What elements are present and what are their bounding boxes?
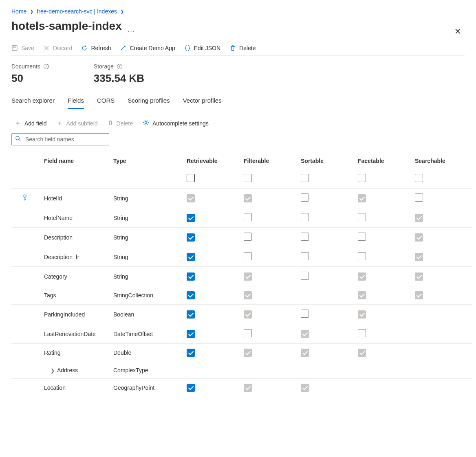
header-checkbox-facetable[interactable]: [358, 174, 366, 182]
autocomplete-settings-button[interactable]: Autocomplete settings: [143, 119, 209, 127]
checkbox-filterable: [244, 310, 252, 319]
search-field-names[interactable]: [11, 133, 109, 145]
tab-search-explorer[interactable]: Search explorer: [11, 94, 55, 109]
checkbox-sortable[interactable]: [301, 310, 309, 318]
checkbox-retrievable[interactable]: [187, 214, 195, 222]
edit-json-button[interactable]: Edit JSON: [184, 45, 220, 51]
checkbox-facetable: [358, 349, 366, 357]
chevron-right-icon[interactable]: ❯: [51, 368, 55, 374]
checkbox-facetable[interactable]: [358, 252, 366, 260]
checkbox-facetable[interactable]: [358, 329, 366, 337]
field-name: Tags: [44, 286, 113, 305]
table-row[interactable]: HotelIdString: [11, 189, 472, 208]
table-row[interactable]: HotelNameString: [11, 208, 472, 228]
field-name: HotelId: [44, 189, 113, 208]
checkbox-searchable: [415, 272, 423, 281]
table-row[interactable]: DescriptionString: [11, 228, 472, 247]
tab-scoring[interactable]: Scoring profiles: [128, 94, 170, 109]
tab-fields[interactable]: Fields: [68, 94, 84, 109]
add-field-button[interactable]: ＋ Add field: [15, 119, 46, 127]
discard-icon: [43, 45, 50, 51]
header-checkbox-filterable[interactable]: [244, 174, 252, 182]
refresh-button[interactable]: Refresh: [81, 45, 111, 51]
table-row[interactable]: CategoryString: [11, 267, 472, 286]
table-row[interactable]: RatingDouble: [11, 344, 472, 362]
checkbox-facetable[interactable]: [358, 213, 366, 221]
checkbox-retrievable[interactable]: [187, 291, 195, 299]
table-row[interactable]: ❯ AddressComplexType: [11, 362, 472, 379]
fields-table: Field name Type Retrievable Filterable S…: [11, 153, 472, 397]
checkbox-retrievable[interactable]: [187, 349, 195, 357]
delete-button[interactable]: Delete: [229, 45, 256, 51]
save-icon: [11, 45, 18, 51]
table-row[interactable]: LocationGeographyPoint: [11, 379, 472, 397]
checkbox-searchable[interactable]: [415, 193, 423, 202]
checkbox-filterable[interactable]: [244, 213, 252, 221]
field-type: ComplexType: [113, 362, 187, 379]
checkbox-retrievable[interactable]: [187, 272, 195, 281]
tab-cors[interactable]: CORS: [97, 94, 115, 109]
checkbox-sortable[interactable]: [301, 233, 309, 241]
close-icon[interactable]: ✕: [451, 25, 465, 38]
create-demo-button[interactable]: Create Demo App: [120, 45, 175, 51]
checkbox-retrievable[interactable]: [187, 384, 195, 392]
field-type: Double: [113, 344, 187, 362]
checkbox-facetable[interactable]: [358, 233, 366, 241]
checkbox-filterable[interactable]: [244, 233, 252, 241]
checkbox-retrievable[interactable]: [187, 310, 195, 319]
checkbox-searchable: [415, 214, 423, 222]
header-checkbox-sortable[interactable]: [301, 174, 309, 182]
checkbox-filterable: [244, 291, 252, 299]
header-checkbox-retrievable[interactable]: [187, 174, 195, 182]
checkbox-sortable: [301, 330, 309, 338]
checkbox-sortable[interactable]: [301, 272, 309, 280]
svg-rect-1: [13, 46, 16, 47]
checkbox-sortable: [301, 384, 309, 392]
svg-rect-0: [12, 46, 17, 51]
table-row[interactable]: TagsStringCollection: [11, 286, 472, 305]
field-name: Address: [55, 367, 78, 374]
table-row[interactable]: Description_frString: [11, 247, 472, 267]
col-facetable: Facetable: [358, 153, 415, 169]
col-field-name: Field name: [44, 153, 113, 169]
add-subfield-button: ＋ Add subfield: [56, 119, 97, 127]
table-row[interactable]: LastRenovationDateDateTimeOffset: [11, 324, 472, 344]
col-sortable: Sortable: [301, 153, 358, 169]
field-name: Category: [44, 267, 113, 286]
field-type: Boolean: [113, 305, 187, 324]
col-type: Type: [113, 153, 187, 169]
checkbox-filterable: [244, 384, 252, 392]
checkbox-filterable[interactable]: [244, 252, 252, 260]
checkbox-sortable[interactable]: [301, 252, 309, 260]
breadcrumb-home[interactable]: Home: [11, 8, 26, 15]
info-icon[interactable]: i: [117, 64, 122, 69]
braces-icon: [184, 45, 191, 51]
checkbox-sortable[interactable]: [301, 213, 309, 221]
checkbox-retrievable[interactable]: [187, 233, 195, 242]
field-name: LastRenovationDate: [44, 324, 113, 344]
checkbox-sortable[interactable]: [301, 193, 309, 202]
checkbox-sortable: [301, 349, 309, 357]
checkbox-facetable: [358, 272, 366, 281]
checkbox-retrievable[interactable]: [187, 253, 195, 261]
more-button[interactable]: ···: [128, 28, 135, 35]
stats-row: Documentsi 50 Storagei 335.54 KB: [11, 56, 465, 94]
search-input[interactable]: [24, 136, 106, 143]
wand-icon: [120, 45, 126, 51]
header-checkbox-searchable[interactable]: [415, 174, 423, 182]
stat-documents: Documentsi 50: [11, 63, 49, 85]
key-icon: [20, 193, 30, 203]
checkbox-retrievable[interactable]: [187, 330, 195, 338]
breadcrumb-service[interactable]: free-demo-search-svc | Indexes: [37, 8, 117, 15]
checkbox-filterable: [244, 272, 252, 281]
field-name: Location: [44, 379, 113, 397]
info-icon[interactable]: i: [44, 64, 49, 69]
chevron-right-icon: ❯: [120, 9, 124, 14]
checkbox-filterable: [244, 194, 252, 202]
table-row[interactable]: ParkingIncludedBoolean: [11, 305, 472, 324]
col-retrievable: Retrievable: [187, 153, 244, 169]
tab-vector[interactable]: Vector profiles: [183, 94, 222, 109]
checkbox-filterable[interactable]: [244, 329, 252, 337]
field-type: DateTimeOffset: [113, 324, 187, 344]
trash-icon: [108, 120, 113, 127]
